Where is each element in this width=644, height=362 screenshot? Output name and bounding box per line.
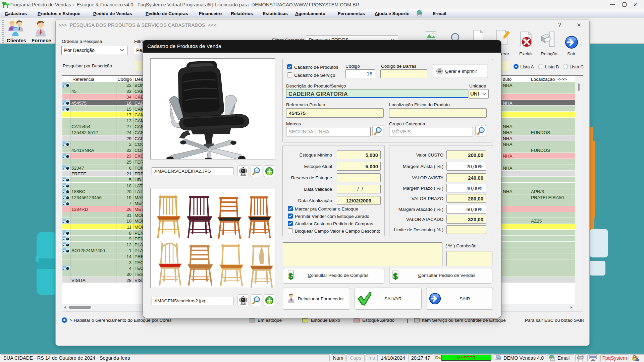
svg-text:$: $ [393, 272, 398, 281]
